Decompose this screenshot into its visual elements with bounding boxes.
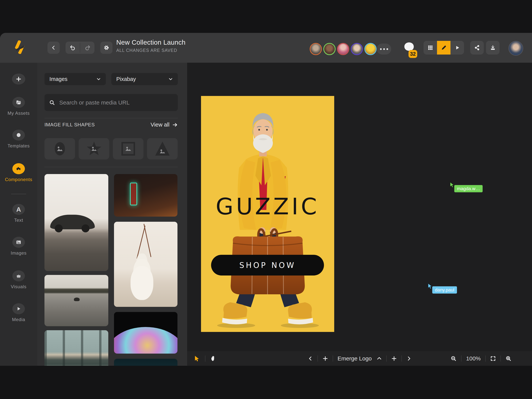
triangle-fill-button[interactable] bbox=[147, 138, 178, 159]
zoom-in-button[interactable] bbox=[505, 355, 512, 361]
collaborator-name-tag: magda.w… bbox=[454, 185, 483, 193]
thumbnail-dark-photo[interactable] bbox=[114, 359, 177, 366]
play-icon bbox=[12, 303, 25, 314]
star-fill-button[interactable] bbox=[79, 138, 109, 159]
user-profile-avatar[interactable] bbox=[508, 41, 523, 56]
square-fill-button[interactable] bbox=[113, 138, 143, 159]
sidebar: My Assets Templates Components A bbox=[0, 63, 37, 366]
back-button[interactable] bbox=[48, 42, 60, 54]
bubble-sphere bbox=[114, 327, 177, 354]
autosave-status: ALL CHANGES ARE SAVED bbox=[116, 48, 185, 53]
assets-panel: Images Pixabay bbox=[37, 63, 187, 366]
cta-label: SHOP NOW bbox=[239, 261, 296, 270]
divider bbox=[205, 355, 205, 361]
collaborator-avatar[interactable] bbox=[323, 43, 336, 55]
zoom-out-button[interactable] bbox=[450, 355, 456, 361]
media-search-input[interactable] bbox=[59, 99, 173, 106]
select-tool-button[interactable] bbox=[194, 355, 200, 362]
sidebar-item-label: Media bbox=[12, 317, 25, 322]
gear-icon bbox=[104, 45, 109, 51]
present-button[interactable] bbox=[450, 41, 464, 55]
balcony-posts bbox=[44, 330, 108, 366]
thumbnail-soap-bubble-planet[interactable] bbox=[114, 312, 177, 354]
thumbnail-sports-car[interactable] bbox=[44, 174, 108, 271]
sidebar-item-label: Components bbox=[5, 177, 32, 182]
thumbnail-neon-building[interactable] bbox=[114, 174, 177, 217]
add-page-before-button[interactable] bbox=[322, 356, 328, 361]
chevron-down-icon bbox=[168, 77, 173, 81]
search-icon bbox=[49, 100, 55, 106]
previous-page-button[interactable] bbox=[308, 356, 313, 361]
redo-button[interactable] bbox=[80, 42, 95, 54]
canvas-bottom-bar: Emerge Logo bbox=[187, 351, 532, 366]
ellipsis-icon bbox=[383, 48, 385, 50]
sidebar-item-label: Images bbox=[11, 250, 27, 256]
sidebar-item-images[interactable]: Images bbox=[0, 237, 37, 256]
avatar-photo bbox=[324, 44, 335, 54]
triangle-image-fill-icon bbox=[154, 140, 171, 158]
design-cta-button[interactable]: SHOP NOW bbox=[211, 255, 324, 276]
star-image-fill-icon bbox=[85, 140, 103, 158]
collaborator-avatar[interactable] bbox=[364, 43, 377, 55]
view-all-link[interactable]: View all bbox=[151, 122, 178, 128]
divider bbox=[401, 355, 402, 361]
collaborator-avatar[interactable] bbox=[310, 43, 322, 55]
arrow-right-icon bbox=[172, 122, 178, 128]
pan-tool-button[interactable] bbox=[210, 355, 217, 362]
thumbnail-balcony-cafe[interactable] bbox=[44, 330, 108, 366]
grid-view-button[interactable] bbox=[424, 41, 437, 55]
page-navigation: Emerge Logo bbox=[308, 351, 411, 366]
design-brand-text[interactable]: GUZZIC bbox=[201, 193, 334, 220]
sidebar-item-templates[interactable]: Templates bbox=[0, 130, 37, 149]
undo-button[interactable] bbox=[66, 42, 80, 54]
document-title-block: New Collection Launch ALL CHANGES ARE SA… bbox=[116, 38, 185, 53]
media-results-grid bbox=[44, 174, 178, 366]
undo-icon bbox=[70, 45, 76, 51]
collaborator-cursor-dany: dany.paul bbox=[427, 283, 434, 290]
sidebar-item-media[interactable]: Media bbox=[0, 303, 37, 322]
page-selector[interactable]: Emerge Logo bbox=[337, 355, 381, 362]
design-page[interactable]: GUZZIC SHOP NOW bbox=[201, 96, 334, 332]
undo-redo-group bbox=[66, 42, 95, 54]
media-source-dropdown[interactable]: Pixabay bbox=[111, 73, 178, 85]
sidebar-item-components[interactable]: Components bbox=[0, 163, 37, 182]
sidebar-item-text[interactable]: A Text bbox=[0, 204, 37, 223]
design-canvas[interactable]: GUZZIC SHOP NOW magda.w… dany bbox=[187, 63, 532, 366]
collaborator-avatar[interactable] bbox=[351, 43, 363, 55]
thumbnail-lake-swimmer[interactable] bbox=[44, 275, 108, 326]
divider bbox=[386, 355, 387, 361]
add-page-after-button[interactable] bbox=[391, 356, 397, 361]
document-title[interactable]: New Collection Launch bbox=[116, 38, 185, 46]
thumbnail-vase-still-life[interactable] bbox=[114, 222, 177, 307]
main-area: My Assets Templates Components A bbox=[0, 63, 532, 366]
play-icon bbox=[455, 45, 460, 50]
settings-button[interactable] bbox=[100, 42, 113, 54]
share-icon bbox=[474, 45, 480, 51]
media-type-dropdown[interactable]: Images bbox=[44, 73, 106, 85]
zoom-level[interactable]: 100% bbox=[466, 355, 481, 362]
edit-mode-button[interactable] bbox=[437, 41, 450, 55]
share-button[interactable] bbox=[470, 41, 484, 55]
media-type-value: Images bbox=[49, 76, 67, 82]
avatar-photo bbox=[352, 44, 362, 54]
sidebar-item-label: Text bbox=[14, 218, 23, 223]
topbar: New Collection Launch ALL CHANGES ARE SA… bbox=[0, 33, 532, 63]
sidebar-item-label: Visuals bbox=[11, 284, 27, 289]
collaborator-avatar[interactable] bbox=[337, 43, 349, 55]
fit-screen-button[interactable] bbox=[490, 356, 496, 361]
add-new-button[interactable] bbox=[0, 74, 37, 85]
app-logo-icon[interactable] bbox=[11, 39, 28, 56]
sidebar-item-visuals[interactable]: Visuals bbox=[0, 270, 37, 289]
fullscreen-brackets-icon bbox=[490, 356, 496, 361]
mode-switcher bbox=[424, 41, 464, 55]
more-collaborators-button[interactable] bbox=[377, 44, 391, 55]
sidebar-item-my-assets[interactable]: My Assets bbox=[0, 97, 37, 116]
ellipse-fill-button[interactable] bbox=[44, 138, 75, 159]
avatar-photo bbox=[365, 44, 376, 54]
divider bbox=[317, 355, 318, 361]
chevron-up-icon bbox=[377, 356, 382, 361]
collaborator-cursor-magda: magda.w… bbox=[449, 181, 456, 189]
grid-icon bbox=[428, 45, 433, 51]
next-page-button[interactable] bbox=[406, 356, 411, 361]
download-button[interactable] bbox=[486, 41, 500, 55]
